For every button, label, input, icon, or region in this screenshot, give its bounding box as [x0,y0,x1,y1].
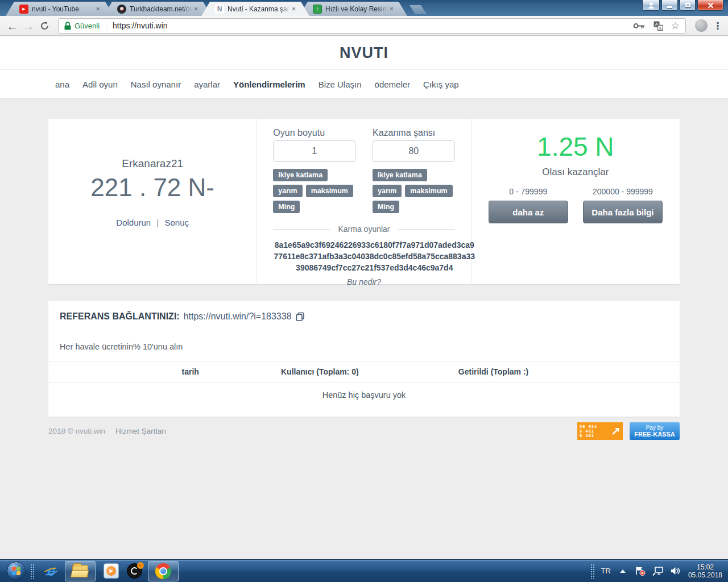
nav-item-ayarlar[interactable]: ayarlar [194,80,220,89]
divider: | [156,218,159,227]
close-icon[interactable]: × [388,5,395,13]
security-label[interactable]: Güvenli [75,22,100,30]
freekassa-badge[interactable]: Pay by FREE-KASSA [630,422,680,440]
tray-clock[interactable]: 15:02 05.05.2018 [688,563,722,579]
terms-link[interactable]: Hizmet Şartları [115,427,166,435]
gom-player-icon[interactable] [127,563,142,579]
password-key-icon[interactable] [633,22,646,30]
chance-double-button[interactable]: ikiye katlama [373,169,427,181]
size-max-button[interactable]: maksimum [306,185,353,197]
nav-item-adil-oyun[interactable]: Adil oyun [82,80,118,89]
size-double-button[interactable]: ikiye katlama [273,169,328,181]
tab-youtube[interactable]: ▶ nvuti - YouTube × [6,2,114,16]
freekassa-bottom-label: FREE-KASSA [634,431,675,438]
window-profile-button[interactable] [642,0,660,11]
nav-item-odemeler[interactable]: ödemeler [375,80,411,89]
bet-less-button[interactable]: daha az [489,201,568,223]
mixed-games-divider: Karma oyunlar [273,225,454,234]
table-empty-row: Henüz hiç başvuru yok [48,383,680,408]
minimize-icon [667,6,672,8]
desktop: ▶ nvuti - YouTube × Turkhackteam.net/org… [0,0,728,582]
action-center-flag-icon[interactable] [635,566,646,576]
range-high: 200000 - 999999 [583,187,663,196]
game-hash: 8a1e65a9c3f69246226933c6180f7f7a971d07ad… [273,239,475,273]
close-icon[interactable]: × [94,5,101,13]
what-is-this-link[interactable]: Bu nedir? [347,277,381,286]
url-text[interactable]: https://nvuti.win [113,21,633,30]
nav-item-bize-ulasin[interactable]: Bize Ulaşın [318,80,362,89]
new-tab-button[interactable] [410,5,427,14]
win-chance-label: Kazanma şansı [373,128,455,138]
back-button[interactable]: ← [5,20,20,32]
size-min-button[interactable]: Ming [273,201,300,213]
browser-menu-icon[interactable]: ⋮ [712,20,723,32]
tab-turkhackteam[interactable]: Turkhackteam.net/org - T × [104,2,212,16]
referral-note: Her havale ücretinin% 10'unu alın [60,342,668,351]
network-icon[interactable] [652,567,664,576]
close-icon[interactable]: × [192,5,199,13]
internet-explorer-icon[interactable]: e [43,563,59,579]
minimize-button[interactable] [661,0,678,11]
site-brand[interactable]: NVUTI [340,44,388,62]
balance-username: Erkanaraz21 [48,157,257,170]
table-header-date: tarih [182,367,199,376]
nav-item-yonlendirmelerim[interactable]: Yönlendirmelerim [233,80,305,89]
close-window-button[interactable] [697,0,723,11]
game-size-input[interactable] [273,140,355,162]
balance-amount: 221 . 72 N- [48,173,257,202]
close-icon [708,2,714,9]
taskbar-grip[interactable] [30,564,35,579]
size-half-button[interactable]: yarım [273,185,302,197]
result-link[interactable]: Sonuç [164,218,189,227]
tab-hizliresim[interactable]: ↑ Hızlı ve Kolay Resim Payla × [299,2,407,16]
start-button[interactable] [7,562,26,580]
deposit-link[interactable]: Doldurun [116,218,151,227]
potential-win-amount: 1.25 N [483,131,668,162]
maximize-icon [685,3,690,7]
maximize-button[interactable] [680,0,696,11]
table-header-user: Kullanıcı (Toplam: 0) [281,367,359,376]
tab-nvuti-active[interactable]: N Nvuti - Kazanma şansının × [201,2,309,16]
counter-line: 56 924 [580,425,597,429]
copy-icon[interactable] [296,312,305,321]
show-hidden-icons-button[interactable] [620,569,626,573]
game-size-label: Oyun boyutu [273,128,355,138]
folder-icon [72,565,88,577]
person-icon [648,2,655,9]
volume-icon[interactable] [671,567,680,575]
counter-line: 9 481 [580,429,597,434]
language-indicator[interactable]: TR [601,567,611,575]
close-icon[interactable]: × [290,5,297,13]
win-chance-input[interactable] [373,140,455,162]
system-tray: TR [590,563,728,579]
refresh-button[interactable] [36,21,52,31]
range-low: 0 - 799999 [489,187,568,196]
referral-link[interactable]: https://nvuti.win/?i=183338 [184,311,292,322]
liveinternet-counter-badge[interactable]: 56 924 9 481 9 481 ↗ [577,422,623,440]
bookmark-star-icon[interactable]: ☆ [671,21,680,31]
tray-time: 15:02 [688,563,722,571]
chance-min-button[interactable]: Ming [373,201,399,213]
more-info-button[interactable]: Daha fazla bilgi [583,201,663,223]
nav-item-ana[interactable]: ana [55,80,69,89]
forward-button[interactable]: → [20,20,36,32]
chance-half-button[interactable]: yarım [373,185,402,197]
referral-label: REFERANS BAĞLANTINIZI: [60,311,180,322]
address-bar[interactable]: Güvenli https://nvuti.win A a ☆ [58,18,686,34]
windows-explorer-button[interactable] [65,561,96,581]
nav-item-nasil-oynanir[interactable]: Nasıl oynanır [131,80,181,89]
translate-icon[interactable]: A a [653,21,663,31]
svg-text:a: a [659,26,661,30]
table-header-brought: Getirildi (Toplam :) [458,367,528,376]
chance-max-button[interactable]: maksimum [405,185,452,197]
tray-grip[interactable] [590,564,595,579]
nav-item-cikis-yap[interactable]: Çıkış yap [423,80,459,89]
page-viewport: NVUTI ana Adil oyun Nasıl oynanır ayarla… [0,36,728,559]
tab-title: nvuti - YouTube [32,5,94,13]
chrome-button[interactable] [148,561,179,581]
profile-avatar[interactable] [695,19,708,32]
site-footer: 2018 © nvuti.win Hizmet Şartları 56 924 … [48,422,680,440]
nvuti-icon: N [215,5,224,14]
lock-icon [64,22,71,30]
media-player-icon[interactable]: ▶ [104,563,119,579]
